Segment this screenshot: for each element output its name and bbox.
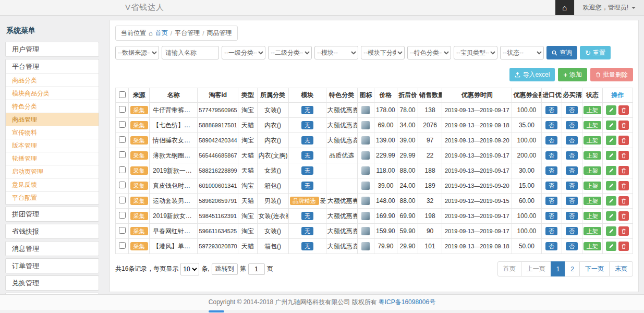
delete-button[interactable] — [618, 226, 629, 236]
import-select-toggle[interactable]: 否 — [545, 227, 557, 235]
page-button-上一页[interactable]: 上一页 — [521, 261, 551, 276]
import-select-toggle[interactable]: 否 — [545, 212, 557, 220]
filter-select[interactable]: --一级分类-- — [222, 46, 265, 59]
status-badge[interactable]: 上架 — [584, 136, 601, 145]
must-buy-toggle[interactable]: 否 — [566, 136, 578, 145]
row-checkbox[interactable] — [119, 166, 126, 173]
jump-page-input[interactable] — [248, 263, 265, 275]
import-select-toggle[interactable]: 否 — [545, 106, 557, 114]
delete-button[interactable] — [618, 105, 629, 115]
sidebar-item-轮播管理[interactable]: 轮播管理 — [5, 152, 99, 165]
must-buy-toggle[interactable]: 否 — [566, 242, 578, 250]
must-buy-toggle[interactable]: 否 — [566, 227, 578, 235]
name-search-input[interactable] — [162, 46, 219, 59]
status-badge[interactable]: 上架 — [584, 227, 601, 235]
sidebar-item-商品分类[interactable]: 商品分类 — [5, 74, 99, 87]
sidebar-item-平台管理[interactable]: 平台管理 — [5, 59, 99, 74]
search-button[interactable]: 查询 — [546, 46, 577, 59]
filter-select[interactable]: --特色分类-- — [407, 46, 451, 59]
reset-button[interactable]: ↻ 重置 — [580, 46, 611, 59]
must-buy-toggle[interactable]: 否 — [566, 197, 578, 205]
status-badge[interactable]: 上架 — [584, 106, 601, 114]
import-select-toggle[interactable]: 否 — [545, 182, 557, 190]
edit-button[interactable] — [606, 151, 616, 160]
delete-button[interactable] — [618, 151, 629, 160]
add-button[interactable]: + 添加 — [558, 68, 587, 81]
edit-button[interactable] — [606, 211, 616, 221]
status-badge[interactable]: 上架 — [584, 151, 601, 160]
batch-delete-button[interactable]: 批量删除 — [590, 68, 633, 81]
sidebar-item-平台配置[interactable]: 平台配置 — [5, 191, 99, 204]
row-checkbox[interactable] — [119, 182, 126, 188]
sidebar-item-版本管理[interactable]: 版本管理 — [5, 139, 99, 152]
row-checkbox[interactable] — [119, 136, 126, 143]
sidebar-item-意见反馈[interactable]: 意见反馈 — [5, 178, 99, 191]
edit-button[interactable] — [606, 196, 616, 206]
row-checkbox[interactable] — [119, 121, 126, 128]
row-checkbox[interactable] — [119, 151, 126, 158]
sidebar-item-拼团管理[interactable]: 拼团管理 — [5, 207, 99, 222]
delete-button[interactable] — [618, 121, 629, 130]
page-button-首页[interactable]: 首页 — [497, 261, 521, 276]
filter-select[interactable]: --状态-- — [500, 46, 544, 59]
home-button[interactable]: ⌂ — [555, 0, 574, 15]
import-excel-button[interactable]: 导入excel — [509, 68, 555, 81]
row-checkbox[interactable] — [119, 242, 126, 249]
edit-button[interactable] — [606, 136, 616, 145]
sidebar-item-订单管理[interactable]: 订单管理 — [5, 258, 99, 273]
must-buy-toggle[interactable]: 否 — [566, 212, 578, 220]
jump-button[interactable]: 跳转到 — [212, 263, 238, 275]
row-checkbox[interactable] — [119, 197, 126, 203]
must-buy-toggle[interactable]: 否 — [566, 106, 578, 114]
page-button-1[interactable]: 1 — [551, 261, 566, 276]
import-select-toggle[interactable]: 否 — [545, 136, 557, 145]
filter-select[interactable]: --数据来源-- — [115, 46, 159, 59]
breadcrumb-home-link[interactable]: 首页 — [155, 29, 168, 38]
status-badge[interactable]: 上架 — [584, 242, 601, 250]
horizontal-scrollbar[interactable] — [0, 310, 644, 313]
edit-button[interactable] — [606, 105, 616, 115]
import-select-toggle[interactable]: 否 — [545, 197, 557, 205]
delete-button[interactable] — [618, 211, 629, 221]
sidebar-item-兑换管理[interactable]: 兑换管理 — [5, 275, 99, 291]
status-badge[interactable]: 上架 — [584, 166, 601, 175]
filter-select[interactable]: --二级分类-- — [268, 46, 312, 59]
filter-select[interactable]: --模块-- — [314, 46, 358, 59]
must-buy-toggle[interactable]: 否 — [566, 166, 578, 175]
edit-button[interactable] — [606, 121, 616, 130]
status-badge[interactable]: 上架 — [584, 212, 601, 220]
page-button-末页[interactable]: 末页 — [609, 261, 633, 276]
sidebar-item-省钱快报[interactable]: 省钱快报 — [5, 224, 99, 239]
scrollbar-thumb[interactable] — [209, 310, 224, 312]
delete-button[interactable] — [618, 196, 629, 206]
row-checkbox[interactable] — [119, 227, 126, 234]
status-badge[interactable]: 上架 — [584, 182, 601, 190]
edit-button[interactable] — [606, 181, 616, 190]
user-dropdown[interactable]: 欢迎您，管理员! — [574, 0, 644, 15]
sidebar-item-用户管理[interactable]: 用户管理 — [5, 42, 99, 57]
delete-button[interactable] — [618, 242, 629, 251]
import-select-toggle[interactable]: 否 — [545, 151, 557, 160]
edit-button[interactable] — [606, 226, 616, 236]
page-button-下一页[interactable]: 下一页 — [579, 261, 610, 276]
import-select-toggle[interactable]: 否 — [545, 166, 557, 175]
filter-select[interactable]: --模块下分类-- — [361, 46, 405, 59]
delete-button[interactable] — [618, 136, 629, 145]
sidebar-item-模块商品分类[interactable]: 模块商品分类 — [5, 87, 99, 100]
edit-button[interactable] — [606, 242, 616, 251]
delete-button[interactable] — [618, 181, 629, 190]
select-all-checkbox[interactable] — [119, 91, 126, 98]
sidebar-item-消息管理[interactable]: 消息管理 — [5, 241, 99, 256]
row-checkbox[interactable] — [119, 212, 126, 219]
sidebar-item-宣传物料[interactable]: 宣传物料 — [5, 126, 99, 139]
must-buy-toggle[interactable]: 否 — [566, 182, 578, 190]
edit-button[interactable] — [606, 166, 616, 175]
sidebar-item-启动页管理[interactable]: 启动页管理 — [5, 165, 99, 178]
icp-link[interactable]: 粤ICP备16098006号 — [379, 298, 435, 307]
sidebar-item-商品管理[interactable]: 商品管理 — [5, 113, 99, 126]
status-badge[interactable]: 上架 — [584, 197, 601, 205]
import-select-toggle[interactable]: 否 — [545, 242, 557, 250]
row-checkbox[interactable] — [119, 106, 126, 113]
import-select-toggle[interactable]: 否 — [545, 121, 557, 129]
sidebar-item-特色分类[interactable]: 特色分类 — [5, 100, 99, 113]
